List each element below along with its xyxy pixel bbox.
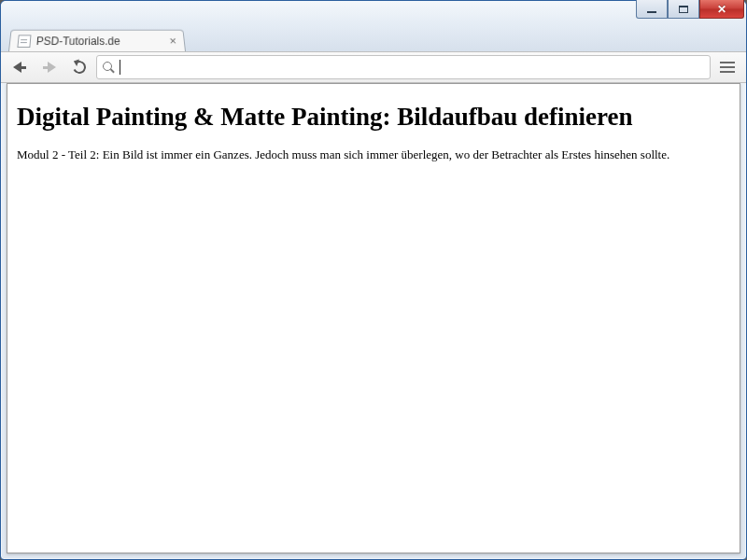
forward-button[interactable] — [36, 55, 63, 79]
browser-window: ✕ PSD-Tutorials.de × — [0, 0, 747, 560]
browser-tab[interactable]: PSD-Tutorials.de × — [8, 30, 186, 51]
text-caret — [120, 60, 120, 75]
page-content: Digital Painting & Matte Painting: Bilda… — [7, 84, 740, 173]
close-icon: ✕ — [717, 3, 726, 16]
back-button[interactable] — [7, 55, 33, 79]
menu-button[interactable] — [714, 55, 740, 79]
maximize-icon — [679, 6, 688, 13]
viewport[interactable]: Digital Painting & Matte Painting: Bilda… — [7, 83, 740, 553]
page-heading: Digital Painting & Matte Painting: Bilda… — [17, 103, 730, 132]
arrow-right-icon — [43, 62, 56, 73]
close-button[interactable]: ✕ — [699, 0, 744, 19]
arrow-left-icon — [13, 62, 26, 73]
search-icon — [103, 62, 114, 73]
file-icon — [17, 35, 31, 48]
minimize-icon — [647, 11, 656, 13]
window-controls: ✕ — [636, 0, 744, 19]
toolbar — [1, 51, 746, 83]
minimize-button[interactable] — [636, 0, 668, 19]
window-titlebar[interactable]: ✕ — [1, 1, 746, 27]
reload-icon — [71, 59, 88, 76]
hamburger-icon — [720, 62, 735, 73]
address-bar[interactable] — [96, 55, 711, 79]
maximize-button[interactable] — [668, 0, 699, 19]
tab-strip: PSD-Tutorials.de × — [1, 27, 746, 51]
url-input[interactable] — [126, 61, 704, 75]
page-body-text: Modul 2 - Teil 2: Ein Bild ist immer ein… — [17, 147, 730, 163]
tab-close-button[interactable]: × — [169, 35, 177, 47]
tab-title: PSD-Tutorials.de — [35, 35, 164, 48]
reload-button[interactable] — [66, 55, 92, 79]
